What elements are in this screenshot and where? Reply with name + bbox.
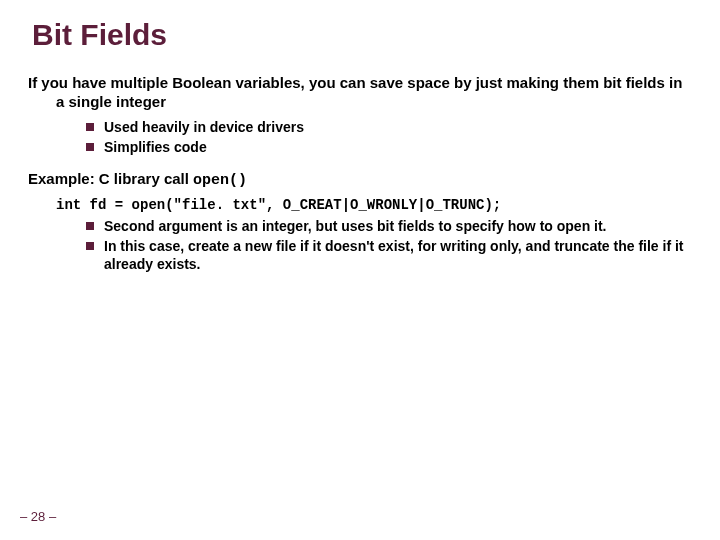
bullet-text: Simplifies code: [104, 138, 692, 156]
example-code: open(): [193, 172, 247, 189]
example-line: Example: C library call open(): [28, 170, 692, 189]
intro-paragraph: If you have multiple Boolean variables, …: [56, 74, 692, 112]
bullet-list-1: Used heavily in device drivers Simplifie…: [86, 118, 692, 156]
code-line: int fd = open("file. txt", O_CREAT|O_WRO…: [56, 197, 692, 213]
example-prefix: Example: C library call: [28, 170, 193, 187]
bullet-text: In this case, create a new file if it do…: [104, 237, 692, 273]
square-bullet-icon: [86, 123, 94, 131]
list-item: In this case, create a new file if it do…: [86, 237, 692, 273]
list-item: Used heavily in device drivers: [86, 118, 692, 136]
bullet-text: Used heavily in device drivers: [104, 118, 692, 136]
list-item: Simplifies code: [86, 138, 692, 156]
bullet-list-2: Second argument is an integer, but uses …: [86, 217, 692, 274]
list-item: Second argument is an integer, but uses …: [86, 217, 692, 235]
slide-title: Bit Fields: [32, 18, 692, 52]
square-bullet-icon: [86, 222, 94, 230]
page-number: – 28 –: [20, 509, 56, 524]
square-bullet-icon: [86, 143, 94, 151]
square-bullet-icon: [86, 242, 94, 250]
bullet-text: Second argument is an integer, but uses …: [104, 217, 692, 235]
